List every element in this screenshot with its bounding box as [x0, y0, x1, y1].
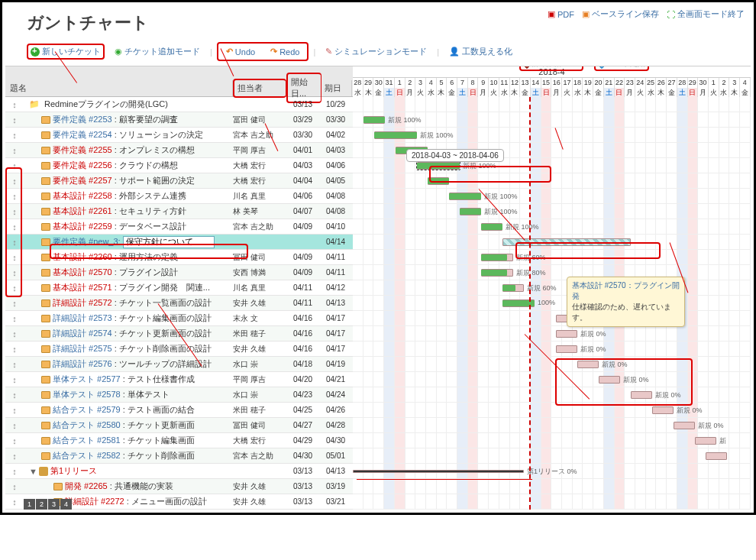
drag-handle[interactable]: ↕ [5, 253, 24, 262]
gantt-row[interactable]: 新規 0% [353, 387, 751, 403]
task-row[interactable]: ↕要件定義 #2254: ソリューションの決定宮本 吉之助03/3004/02 [5, 128, 353, 143]
task-row[interactable]: ↕基本設計 #2258: 外部システム連携川名 真里04/0604/08 [5, 189, 353, 204]
gantt-bar[interactable] [631, 391, 652, 399]
drag-handle[interactable]: ↕ [5, 283, 24, 293]
task-link[interactable]: 基本設計 #2571 [53, 282, 112, 293]
gantt-row[interactable]: 新規 100% [353, 204, 751, 219]
task-link[interactable]: 詳細設計 #2575 [53, 343, 112, 354]
gantt-row[interactable]: 新規 100% [353, 128, 751, 143]
gantt-row[interactable]: 新規 100% [353, 189, 751, 204]
tree-toggle[interactable]: ▼ [29, 467, 37, 476]
gantt-row[interactable]: 新規 0% [353, 311, 751, 326]
task-link[interactable]: 詳細設計 #2272 [65, 496, 124, 507]
gantt-row[interactable] [353, 97, 751, 112]
page-2[interactable]: 2 [36, 499, 47, 510]
drag-handle[interactable]: ↕ [5, 268, 24, 277]
gantt-row[interactable] [353, 479, 751, 494]
task-row[interactable]: ↕要件定義 #2257: サポート範囲の決定大橋 宏行04/0404/05 [5, 173, 353, 189]
gantt-row[interactable]: 新規 0% [353, 418, 751, 433]
task-link[interactable]: 詳細設計 #2573 [53, 312, 112, 324]
drag-handle[interactable]: ↕ [5, 207, 24, 216]
milestone-test-start[interactable]: テスト開始 [594, 66, 649, 71]
gantt-row[interactable]: 新規 0% [353, 403, 751, 418]
task-link[interactable]: 結合テスト #2582 [53, 450, 121, 461]
gantt-bar[interactable] [695, 437, 716, 445]
exit-fullscreen-link[interactable]: ⛶ 全画面モード終了 [667, 8, 745, 20]
col-start[interactable]: 開始日... [286, 73, 321, 103]
drag-handle[interactable]: ↕ [5, 176, 24, 186]
drag-handle[interactable]: ↕ [5, 115, 24, 125]
gantt-row[interactable]: 新規 60% [353, 250, 751, 265]
drag-handle[interactable]: ↕ [5, 345, 24, 354]
page-3[interactable]: 3 [48, 499, 60, 510]
gantt-bar[interactable] [502, 238, 631, 246]
task-link[interactable]: 単体テスト #2577 [53, 374, 121, 385]
drag-handle[interactable]: ↕ [5, 375, 24, 384]
drag-handle[interactable]: ↕ [5, 360, 24, 369]
task-link[interactable]: 要件定義 #2254 [53, 129, 112, 141]
task-row[interactable]: ↕基本設計 #2571: プラグイン開発 関連...川名 真里04/1104/1… [5, 280, 353, 296]
effort-button[interactable]: 👤 工数見える化 [444, 44, 518, 60]
milestone-design-mtg[interactable]: 詳細設計MTG [519, 66, 583, 71]
task-row[interactable]: ↕詳細設計 #2573: チケット編集画面の設計末永 文04/1604/17 [5, 311, 353, 326]
task-link[interactable]: 要件定義 #2255 [53, 144, 112, 156]
gantt-bar[interactable] [674, 422, 695, 429]
gantt-row[interactable]: 新規 100% [353, 112, 751, 128]
gantt-bar[interactable] [577, 361, 599, 368]
task-link[interactable]: 基本設計 #2260 [53, 251, 112, 263]
new-ticket-button[interactable]: 新しいチケット [27, 44, 105, 60]
task-row[interactable]: ↕詳細設計 #2572: チケット一覧画面の設計安井 久雄04/1104/13 [5, 296, 353, 311]
task-link[interactable]: 結合テスト #2580 [53, 419, 121, 431]
drag-handle[interactable]: ↕ [5, 192, 24, 201]
gantt-row[interactable]: 新規 0% [353, 342, 751, 357]
col-name[interactable]: 題名 [5, 80, 233, 96]
task-link[interactable]: 第1リリース [50, 465, 97, 477]
gantt-bar[interactable] [706, 452, 727, 460]
task-row[interactable]: ↕詳細設計 #2574: チケット更新画面の設計米田 穂子04/1604/17 [5, 326, 353, 342]
drag-handle[interactable]: ↕ [5, 299, 24, 308]
task-link[interactable]: 結合テスト #2579 [53, 404, 121, 416]
task-row[interactable]: ↕基本設計 #2570: プラグイン設計安西 博満04/0904/11 [5, 265, 353, 280]
task-row[interactable]: ↕基本設計 #2261: セキュリティ方針林 美琴04/0704/08 [5, 204, 353, 219]
task-link[interactable]: 詳細設計 #2576 [53, 358, 112, 370]
task-row[interactable]: ↕要件定義 #new_3: 04/14 [5, 235, 353, 250]
gantt-bar[interactable] [556, 345, 577, 353]
drag-handle[interactable]: ↕ [5, 314, 24, 323]
task-row[interactable]: ↕結合テスト #2579: テスト画面の結合米田 穂子04/2504/26 [5, 403, 353, 418]
gantt-row[interactable]: 新 [353, 433, 751, 448]
task-link[interactable]: 結合テスト #2581 [53, 435, 121, 446]
gantt-row[interactable]: 新規 60% [353, 280, 751, 296]
task-row[interactable]: ↕開発 #2265: 共通機能の実装安井 久雄03/1303/19 [5, 479, 353, 494]
drag-handle[interactable]: ↕ [5, 436, 24, 445]
drag-handle[interactable]: ↕ [5, 238, 24, 247]
redo-button[interactable]: ↷ Redo [265, 44, 305, 59]
drag-handle[interactable]: ↕ [5, 406, 24, 415]
task-link[interactable]: 要件定義 #2256 [53, 160, 112, 171]
gantt-row[interactable]: 100% [353, 296, 751, 311]
task-link[interactable]: 要件定義 #2257 [53, 175, 112, 186]
page-1[interactable]: 1 [24, 499, 35, 510]
gantt-row[interactable]: 新規 0% [353, 357, 751, 372]
gantt-bar[interactable] [599, 376, 620, 384]
gantt-row[interactable]: 新規 100% [353, 219, 751, 235]
task-row[interactable]: ↕結合テスト #2581: チケット編集画面大橋 宏行04/2904/30 [5, 433, 353, 448]
drag-handle[interactable]: ↕ [5, 100, 24, 109]
task-link[interactable]: 基本設計 #2258 [53, 190, 112, 202]
gantt-row[interactable] [353, 173, 751, 189]
task-row[interactable]: ↕▼第1リリース03/1304/13 [5, 464, 353, 479]
gantt-row[interactable]: 第1リリース 0% [353, 464, 751, 479]
task-link[interactable]: 基本設計 #2259 [53, 221, 112, 232]
drag-handle[interactable]: ↕ [5, 146, 24, 155]
task-row[interactable]: ↕基本設計 #2259: データベース設計宮本 吉之助04/0904/10 [5, 219, 353, 235]
gantt-bar[interactable] [556, 330, 577, 338]
col-end[interactable]: 期日 [321, 80, 352, 96]
drag-handle[interactable]: ↕ [5, 131, 24, 140]
drag-handle[interactable]: ↕ [5, 390, 24, 400]
drag-handle[interactable]: ↕ [5, 222, 24, 231]
task-link[interactable]: 詳細設計 #2572 [53, 297, 112, 309]
task-row[interactable]: ↕結合テスト #2582: チケット削除画面宮本 吉之助04/3005/01 [5, 448, 353, 464]
gantt-bar[interactable] [652, 406, 674, 414]
page-4[interactable]: 4 [60, 499, 72, 510]
drag-handle[interactable]: ↕ [5, 161, 24, 170]
pdf-link[interactable]: ▣ PDF [548, 8, 574, 20]
